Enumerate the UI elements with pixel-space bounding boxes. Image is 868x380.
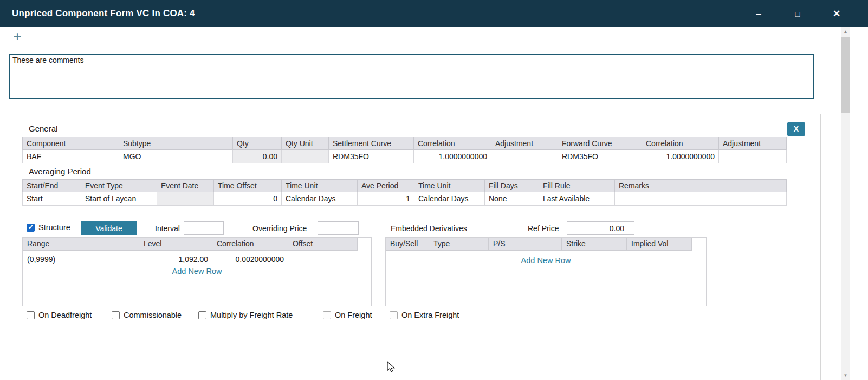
col-strike: Strike [562,238,627,251]
on-extra-freight-checkbox[interactable] [390,311,398,319]
cell-settlement-curve[interactable]: RDM35FO [329,150,414,163]
cell-time-unit-2[interactable]: Calendar Days [414,192,485,206]
interval-input[interactable] [184,221,224,235]
cell-correlation-2[interactable]: 1.0000000000 [642,150,719,163]
cell-time-unit-1[interactable]: Calendar Days [282,192,358,206]
structure-add-new-row-link[interactable]: Add New Row [23,267,371,276]
overriding-price-input[interactable] [318,221,359,235]
flag-on-deadfreight: On Deadfreight [27,310,92,320]
cell-remarks[interactable] [615,192,787,206]
window-titlebar: Unpriced Component Form VC In COA: 4 – □… [0,0,868,27]
col-event-date: Event Date [157,180,214,192]
on-deadfreight-label: On Deadfreight [38,311,92,319]
validate-button[interactable]: Validate [81,221,137,235]
cell-subtype[interactable]: MGO [119,150,233,163]
derivatives-add-new-row-link[interactable]: Add New Row [386,256,706,265]
cell-event-type[interactable]: Start of Laycan [81,192,157,206]
close-button[interactable]: ✕ [825,0,848,27]
averaging-table: Start/End Event Type Event Date Time Off… [22,179,787,206]
component-panel: General X Component Subtype Qty Qty Unit… [9,114,821,380]
flag-on-extra-freight: On Extra Freight [390,310,459,320]
cell-adjustment-2[interactable] [719,150,787,163]
ref-price-label: Ref Price [528,224,559,233]
comments-textarea[interactable]: These are comments [9,54,814,99]
cell-structure-correlation[interactable]: 0.0020000000 [212,255,288,264]
col-qty-unit: Qty Unit [282,137,329,150]
col-level: Level [139,238,212,251]
on-freight-label: On Freight [335,311,372,319]
col-remarks: Remarks [615,180,787,192]
cell-qty[interactable]: 0.00 [233,150,282,163]
cell-forward-curve[interactable]: RDM35FO [558,150,642,163]
overriding-price-label: Overriding Price [252,224,307,233]
averaging-data-row: Start Start of Laycan 0 Calendar Days 1 … [23,192,787,206]
general-data-row: BAF MGO 0.00 RDM35FO 1.0000000000 RDM35F… [23,150,787,163]
cell-fill-days[interactable]: None [485,192,539,206]
cell-event-date[interactable] [157,192,214,206]
scroll-up-button[interactable]: ▲ [841,27,850,36]
col-adjustment-2: Adjustment [719,137,787,150]
structure-grid: Range Level Correlation Offset (0,9999) … [22,237,372,306]
general-table: Component Subtype Qty Qty Unit Settlemen… [22,137,787,163]
add-tab-button[interactable]: + [10,29,25,44]
flag-commissionable: Commissionable [112,310,182,320]
general-header-row: Component Subtype Qty Qty Unit Settlemen… [23,137,787,150]
flag-multiply-by-freight-rate: Multiply by Freight Rate [198,310,293,320]
col-event-type: Event Type [81,180,157,192]
col-time-unit-2: Time Unit [414,180,485,192]
interval-label: Interval [155,224,180,233]
derivatives-grid-header: Buy/Sell Type P/S Strike Implied Vol [386,238,706,251]
scroll-up-icon: ▲ [844,29,848,34]
window-title: Unpriced Component Form VC In COA: 4 [12,0,195,27]
col-correlation-1: Correlation [414,137,491,150]
col-ps: P/S [489,238,562,251]
flag-on-freight: On Freight [323,310,372,320]
col-type: Type [429,238,489,251]
cell-qty-unit[interactable] [282,150,329,163]
cell-range[interactable]: (0,9999) [23,255,139,264]
plus-icon: + [13,28,21,44]
vertical-scrollbar[interactable]: ▲ ▼ [841,27,850,380]
scroll-down-button[interactable]: ▼ [841,371,850,380]
scrollbar-thumb[interactable] [841,37,850,113]
col-offset: Offset [288,238,358,251]
maximize-icon: □ [795,9,800,18]
cell-correlation-1[interactable]: 1.0000000000 [414,150,491,163]
col-buy-sell: Buy/Sell [386,238,429,251]
derivatives-grid: Buy/Sell Type P/S Strike Implied Vol Add… [385,237,707,306]
embedded-derivatives-label: Embedded Derivatives [391,224,467,233]
col-ave-period: Ave Period [358,180,414,192]
cell-fill-rule[interactable]: Last Available [539,192,615,206]
col-subtype: Subtype [119,137,233,150]
cell-level[interactable]: 1,092.00 [139,255,212,264]
maximize-button[interactable]: □ [786,0,809,27]
cell-ave-period[interactable]: 1 [358,192,414,206]
structure-checkbox-group: Structure [27,222,70,232]
multiply-by-freight-rate-checkbox[interactable] [198,311,206,319]
structure-checkbox[interactable] [27,224,35,232]
averaging-section-label: Averaging Period [29,167,91,176]
multiply-by-freight-rate-label: Multiply by Freight Rate [210,311,293,319]
col-fill-days: Fill Days [485,180,539,192]
cell-time-offset[interactable]: 0 [214,192,282,206]
app-window: Unpriced Component Form VC In COA: 4 – □… [0,0,868,380]
remove-component-button[interactable]: X [787,122,805,136]
on-deadfreight-checkbox[interactable] [27,311,35,319]
ref-price-input[interactable] [567,221,634,235]
structure-checkbox-label: Structure [38,223,70,232]
col-implied-vol: Implied Vol [627,238,692,251]
on-freight-checkbox[interactable] [323,311,331,319]
col-adjustment-1: Adjustment [491,137,558,150]
averaging-header-row: Start/End Event Type Event Date Time Off… [23,180,787,192]
minimize-icon: – [756,8,762,19]
col-correlation-2: Correlation [642,137,719,150]
cell-adjustment-1[interactable] [491,150,558,163]
minimize-button[interactable]: – [747,0,770,27]
cell-component[interactable]: BAF [23,150,119,163]
col-time-unit-1: Time Unit [282,180,358,192]
cell-start-end[interactable]: Start [23,192,81,206]
col-forward-curve: Forward Curve [558,137,642,150]
scroll-down-icon: ▼ [844,373,848,378]
cell-offset[interactable] [288,255,358,264]
commissionable-checkbox[interactable] [112,311,120,319]
